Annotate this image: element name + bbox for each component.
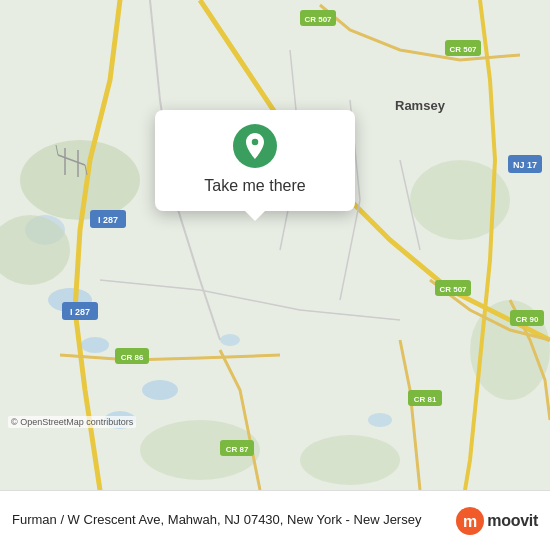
svg-text:NJ 17: NJ 17	[513, 160, 537, 170]
svg-text:CR 90: CR 90	[516, 315, 539, 324]
svg-point-2	[81, 337, 109, 353]
svg-text:I 287: I 287	[98, 215, 118, 225]
svg-point-4	[220, 334, 240, 346]
svg-text:CR 507: CR 507	[449, 45, 477, 54]
map-view: I 287 I 287 NJ 17 CR 507 CR 507 CR 507 C…	[0, 0, 550, 490]
svg-text:CR 507: CR 507	[439, 285, 467, 294]
osm-credit: © OpenStreetMap contributors	[8, 416, 136, 428]
location-popup: Take me there	[155, 110, 355, 211]
svg-point-3	[142, 380, 178, 400]
moovit-logo: m moovit	[456, 507, 538, 535]
bottom-bar: Furman / W Crescent Ave, Mahwah, NJ 0743…	[0, 490, 550, 550]
svg-text:I 287: I 287	[70, 307, 90, 317]
svg-point-13	[300, 435, 400, 485]
svg-point-5	[368, 413, 392, 427]
svg-text:CR 86: CR 86	[121, 353, 144, 362]
address-block: Furman / W Crescent Ave, Mahwah, NJ 0743…	[12, 511, 446, 529]
svg-text:CR 81: CR 81	[414, 395, 437, 404]
address-text: Furman / W Crescent Ave, Mahwah, NJ 0743…	[12, 511, 446, 529]
svg-text:CR 507: CR 507	[304, 15, 332, 24]
location-pin-icon	[233, 124, 277, 168]
moovit-logo-text: moovit	[487, 512, 538, 530]
svg-text:Ramsey: Ramsey	[395, 98, 446, 113]
svg-text:m: m	[463, 513, 477, 530]
svg-text:CR 87: CR 87	[226, 445, 249, 454]
moovit-logo-icon: m	[456, 507, 484, 535]
svg-point-8	[20, 140, 140, 220]
take-me-there-button[interactable]: Take me there	[173, 176, 337, 197]
